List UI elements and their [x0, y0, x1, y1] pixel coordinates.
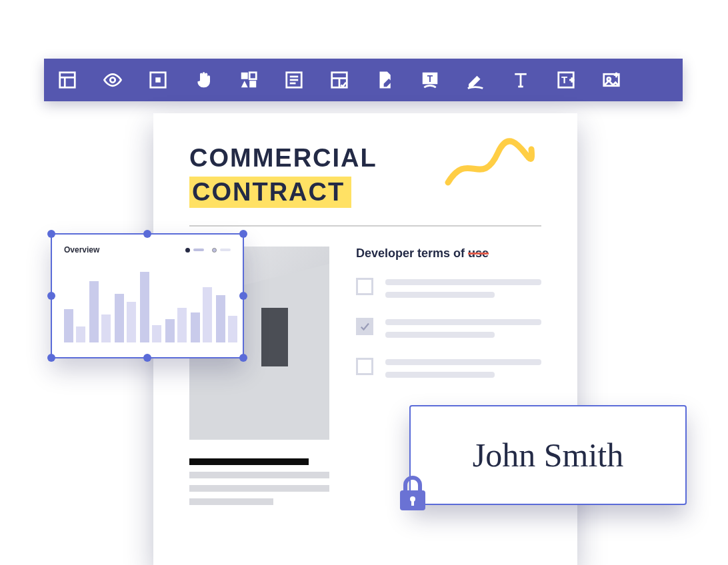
resize-handle[interactable] [143, 354, 151, 362]
add-text-icon[interactable]: T [555, 69, 577, 91]
chart-legend [185, 248, 231, 253]
section-heading-text: Developer terms of [356, 247, 468, 260]
doc-title-highlight: CONTRACT [189, 177, 351, 208]
struck-text: use [468, 247, 489, 260]
editor-toolbar: T T [44, 59, 683, 101]
chart-widget[interactable]: Overview [51, 233, 244, 358]
svg-rect-0 [60, 73, 75, 88]
pen-icon[interactable] [464, 69, 487, 91]
resize-handle[interactable] [239, 292, 247, 300]
legend-item [212, 248, 231, 253]
table-icon[interactable] [328, 69, 351, 91]
highlighter-scribble-icon [441, 136, 541, 196]
signature-text: John Smith [473, 436, 623, 474]
checklist-item[interactable] [356, 358, 541, 378]
checkbox-checked-icon[interactable] [356, 318, 373, 335]
svg-marker-9 [241, 81, 248, 87]
text-icon[interactable] [509, 69, 532, 91]
chart-title: Overview [64, 245, 99, 255]
checklist [356, 278, 541, 378]
layout-panel-icon[interactable] [56, 69, 79, 91]
legend-item [185, 248, 204, 253]
edit-page-icon[interactable] [373, 69, 396, 91]
fullscreen-icon[interactable] [147, 69, 169, 91]
svg-rect-8 [249, 73, 256, 79]
divider [189, 225, 541, 227]
checklist-item[interactable] [356, 318, 541, 338]
text-box-icon[interactable]: T [419, 69, 441, 91]
svg-rect-32 [411, 500, 414, 506]
resize-handle[interactable] [239, 354, 247, 362]
select-all-icon[interactable] [283, 69, 305, 91]
svg-rect-7 [249, 81, 256, 87]
image-caption-placeholder [189, 458, 329, 512]
checklist-item[interactable] [356, 278, 541, 298]
lock-icon [397, 476, 428, 512]
checkbox-unchecked-icon[interactable] [356, 358, 373, 375]
svg-rect-6 [241, 73, 248, 79]
add-image-icon[interactable] [600, 69, 623, 91]
doc-title-line2: CONTRACT [192, 178, 345, 206]
svg-text:T: T [427, 74, 433, 84]
shapes-icon[interactable] [237, 69, 260, 91]
resize-handle[interactable] [239, 230, 247, 238]
hand-icon[interactable] [192, 69, 215, 91]
svg-rect-5 [155, 77, 161, 83]
eye-icon[interactable] [101, 69, 124, 91]
resize-handle[interactable] [47, 230, 55, 238]
section-heading: Developer terms of use [356, 247, 541, 261]
svg-text:T: T [561, 74, 567, 85]
signature-field[interactable]: John Smith [409, 405, 687, 505]
chart-bars [64, 264, 231, 342]
checkbox-unchecked-icon[interactable] [356, 278, 373, 295]
resize-handle[interactable] [143, 230, 151, 238]
svg-point-3 [110, 77, 115, 83]
resize-handle[interactable] [47, 292, 55, 300]
resize-handle[interactable] [47, 354, 55, 362]
